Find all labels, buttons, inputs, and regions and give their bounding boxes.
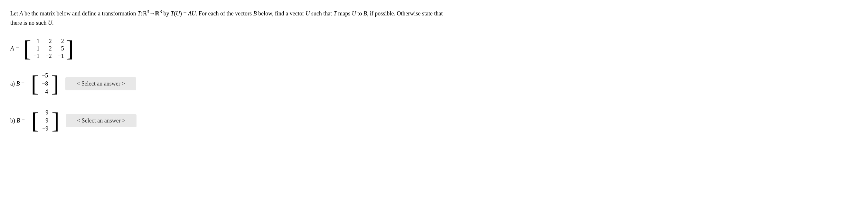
matrix-cell-1-0: 1 xyxy=(33,45,40,52)
matrix-cell-0-2: 2 xyxy=(58,38,64,45)
vector-b-cell-1: 9 xyxy=(42,117,48,124)
part-a-row: a) B = [ −5 −8 4 ] < Select an answer > xyxy=(10,71,858,97)
vector-b: [ 9 9 −9 ] xyxy=(31,108,59,134)
matrix-cell-2-2: −1 xyxy=(58,53,64,60)
matrix-cell-1-2: 5 xyxy=(58,45,64,52)
problem-container: Let A be the matrix below and define a t… xyxy=(10,8,858,134)
part-b-label: b) B = xyxy=(10,117,25,124)
matrix-definition: A = [ 1 2 2 1 2 5 −1 −2 −1 ] xyxy=(10,37,858,61)
matrix-cell-2-1: −2 xyxy=(45,53,52,60)
vector-a-bracket-left: [ xyxy=(31,72,39,95)
vector-b-cell-0: 9 xyxy=(42,109,48,116)
bracket-left: [ xyxy=(24,37,31,60)
part-a-label: a) B = xyxy=(10,80,25,87)
matrix-cell-2-0: −1 xyxy=(33,53,40,60)
select-answer-b-button[interactable]: < Select an answer > xyxy=(66,114,136,127)
vector-a-bracket-right: ] xyxy=(51,72,59,95)
vector-a: [ −5 −8 4 ] xyxy=(31,71,59,97)
bracket-right: ] xyxy=(66,37,74,60)
matrix-a: [ 1 2 2 1 2 5 −1 −2 −1 ] xyxy=(24,37,74,61)
vector-a-cell-2: 4 xyxy=(42,88,48,95)
part-b-row: b) B = [ 9 9 −9 ] < Select an answer > xyxy=(10,108,858,134)
vector-a-cell-1: −8 xyxy=(42,80,48,87)
vector-b-cell-2: −9 xyxy=(42,125,48,132)
vector-b-bracket-left: [ xyxy=(31,109,39,132)
matrix-cell-0-1: 2 xyxy=(45,38,52,45)
matrix-cell-1-1: 2 xyxy=(45,45,52,52)
matrix-label: A = xyxy=(10,45,20,52)
problem-statement: Let A be the matrix below and define a t… xyxy=(10,8,493,28)
select-answer-a-button[interactable]: < Select an answer > xyxy=(65,77,136,90)
vector-b-cells: 9 9 −9 xyxy=(39,108,52,134)
matrix-cell-0-0: 1 xyxy=(33,38,40,45)
vector-a-cell-0: −5 xyxy=(42,72,48,79)
vector-a-cells: −5 −8 4 xyxy=(39,71,51,97)
matrix-cells: 1 2 2 1 2 5 −1 −2 −1 xyxy=(31,37,66,61)
vector-b-bracket-right: ] xyxy=(52,109,59,132)
